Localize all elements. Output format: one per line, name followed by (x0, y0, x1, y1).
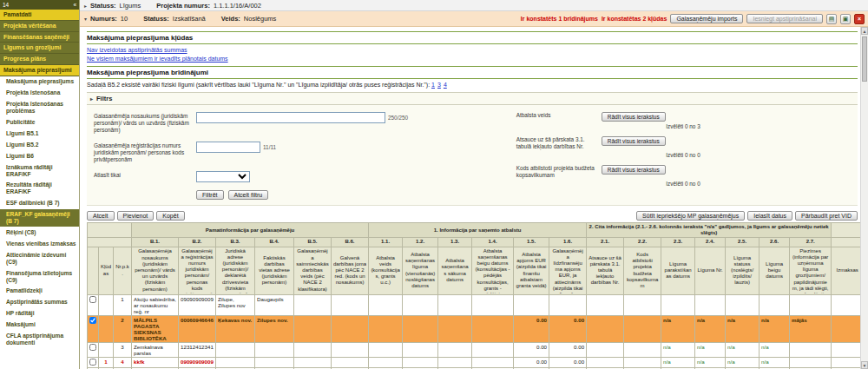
sidebar-sub-item-7[interactable]: Iznākuma rādītāji ERAF/KF (0, 161, 79, 180)
row-cell (438, 357, 472, 367)
row-nr-cell[interactable]: 4 (114, 357, 132, 367)
row-select-cell (88, 315, 99, 342)
filter-section-header[interactable]: ▸ Filtrs (87, 92, 858, 105)
window-icon[interactable]: ▣ (840, 14, 851, 24)
sidebar-sub-item-8[interactable]: Rezultāta rādītāji ERAF/KF (0, 180, 79, 198)
sidebar: 14 « PamatdatiProjekta vērtēšanaFinansēš… (0, 0, 80, 369)
request-status-label: Statuss: (143, 15, 169, 23)
sidebar-sub-item-18[interactable]: Maksājumi (0, 320, 79, 331)
sidebar-sub-item-0[interactable]: Maksājuma pieprasījums (0, 76, 79, 88)
sidebar-sub-item-15[interactable]: Pamatlīdzekļi (0, 286, 79, 297)
request-bar: ▾ Numurs: 10 Statuss: Izskatīšanā Veids:… (80, 11, 868, 27)
row-errors-cell: 1 (99, 357, 114, 367)
warning-link-1[interactable]: 3 (437, 82, 441, 88)
sidebar-sub-item-3[interactable]: Publicitāte (0, 117, 79, 128)
table-toolbar-right-button-1[interactable]: Ielasīt datus (747, 211, 792, 221)
close-icon[interactable]: × (854, 14, 865, 24)
apply-filter-button[interactable]: Filtrēt (196, 190, 224, 200)
sidebar-sub-item-16[interactable]: Apstiprinātās summas (0, 297, 79, 308)
scrollbar-thumb[interactable] (862, 36, 867, 82)
table-row-4[interactable]: 14kkfk090909090090.000.00n/an/an/an/a (88, 357, 864, 367)
sidebar-item-4[interactable]: Progresa plāns (0, 54, 79, 65)
row-cell: n/a (695, 342, 726, 357)
show-all-records-button-1[interactable]: Rādīt visus ierakstus (602, 136, 666, 146)
row-checkbox[interactable] (89, 344, 96, 351)
table-toolbar-left-button-1[interactable]: Pievienot (117, 211, 155, 221)
sidebar-sub-item-12[interactable]: Vienas vienības izmaksas (0, 238, 79, 249)
table-desc-header-text-10: Atbalsta apjoms EUR (aizpilda tikai fina… (516, 252, 547, 289)
show-all-records-button-2[interactable]: Rādīt visus ierakstus (602, 165, 666, 175)
row-cell (760, 294, 790, 315)
table-desc-header-text-2: Juridiskā adrese (juridiskām personām)/ … (218, 248, 253, 293)
recipient-reg-input[interactable] (196, 142, 260, 153)
sidebar-item-0[interactable]: Pamatdati (0, 10, 79, 21)
sidebar-sub-item-2[interactable]: Projekta īstenošanas problēmas (0, 99, 79, 117)
table-row-2[interactable]: 2MĀLPILS PAGASTA SIEKSNAS BIBLIOTĒKA0006… (88, 315, 864, 342)
error-link-1[interactable]: Ne visiem maksājumiem ir ievadīts plānot… (87, 56, 228, 62)
recipient-name-input[interactable] (196, 112, 385, 123)
sidebar-item-2[interactable]: Finansēšanas saņēmēji (0, 32, 79, 43)
table-toolbar-left-button-0[interactable]: Atcelt (87, 211, 115, 221)
row-cell: n/a (760, 342, 790, 357)
row-checkbox[interactable] (89, 359, 96, 366)
expand-filter-icon[interactable]: ▸ (90, 96, 93, 102)
sidebar-sub-item-6[interactable]: Līgumi B6 (0, 150, 79, 161)
table-toolbar-right-button-0[interactable]: Sūtīt iepriekšējo MP galasaņēmējus (636, 211, 745, 221)
error-link-0[interactable]: Nav izveidotas apstiprinātās summas (87, 47, 187, 53)
warning-link-0[interactable]: 1 (431, 82, 435, 88)
sidebar-sub-item-5[interactable]: Līgumi B5.2 (0, 139, 79, 150)
divider (87, 43, 858, 44)
table-row-1[interactable]: 1Akciju sabiedrība, ar nosaukumu reģ. nr… (88, 294, 864, 315)
sidebar-sub-item-14[interactable]: Finansējuma izlietojums (C9) (0, 267, 79, 286)
table-toolbar-left-button-2[interactable]: Kopēt (156, 211, 184, 221)
filter-group-row-2: Kods atbilstoši projekta budžeta kopsavi… (516, 165, 852, 179)
sidebar-sub-item-11[interactable]: Rēķini (C8) (0, 227, 79, 238)
table-desc-header-text-1: Galasaņēmēja reģistrācijas numurs juridi… (181, 248, 214, 293)
select-only-dropdown[interactable] (196, 171, 250, 182)
errors-column-header: Kļūdas (99, 247, 114, 294)
sidebar-sub-item-17[interactable]: HP rādītāji (0, 308, 79, 320)
row-cell: Zilupes nov. (255, 315, 294, 342)
reset-filter-button[interactable]: Atcelt filtru (228, 190, 269, 200)
sidebar-sub-item-10[interactable]: ERAF_KF galasaņēmēji (B 7) (0, 209, 79, 227)
row-cell: 0.00 (549, 357, 587, 367)
show-all-records-button-0[interactable]: Rādīt visus ierakstus (602, 112, 666, 122)
row-cell: 00060946646 (179, 315, 216, 342)
vertical-scrollbar[interactable]: ▲ ▼ (860, 27, 868, 369)
table-desc-header-cell-7: Atbalsta saņemšanas līguma (vienošanās) … (403, 247, 438, 294)
row-nr-cell[interactable]: 2 (114, 315, 132, 342)
row-nr-cell[interactable]: 1 (114, 294, 132, 315)
scroll-down-icon[interactable]: ▼ (861, 361, 868, 369)
table-desc-header-cell-10: Atbalsta apjoms EUR (aizpilda tikai fina… (514, 247, 549, 294)
sidebar-item-5[interactable]: Maksājuma pieprasījumi (0, 65, 79, 76)
row-cell (369, 357, 403, 367)
collapse-request-icon[interactable]: ▾ (84, 16, 87, 22)
sidebar-item-3[interactable]: Līgums un grozījumi (0, 43, 79, 54)
warning-link-2[interactable]: 4 (444, 82, 447, 88)
row-cell (472, 315, 514, 342)
row-checkbox[interactable] (89, 317, 96, 324)
row-cell: 0.00 (549, 342, 587, 357)
table-header-spacer (88, 223, 132, 238)
row-cell: mājās (790, 315, 832, 342)
row-checkbox[interactable] (89, 296, 96, 303)
sidebar-sub-item-1[interactable]: Projekta īstenošana (0, 88, 79, 99)
expand-project-icon[interactable]: ▸ (84, 3, 87, 9)
sidebar-sub-item-13[interactable]: Attiecināmie izdevumi (C9) (0, 249, 79, 267)
sidebar-sub-item-9[interactable]: ESF dalībnieki (B 7) (0, 198, 79, 209)
row-nr-cell[interactable]: 3 (114, 342, 132, 357)
table-row-3[interactable]: 3Zemkalnava parslas123124123410.000.00n/… (88, 342, 864, 357)
recipient-name-label: Galasaņēmēja nosaukums (juridiskām perso… (94, 112, 196, 134)
collapse-sidebar-icon[interactable]: « (73, 2, 76, 8)
sidebar-item-1[interactable]: Projekta vērtēšana (0, 21, 79, 32)
excel-export-icon[interactable]: ▤ (826, 14, 837, 24)
select-only-label: Atlasīt tikai (94, 171, 196, 179)
submit-approval-button[interactable]: Iesniegt apstiprināšanai (746, 14, 823, 23)
row-cell (216, 342, 255, 357)
sidebar-sub-item-19[interactable]: CFLA apstiprinājuma dokumenti (0, 331, 79, 349)
divider (87, 78, 858, 79)
import-recipients-button[interactable]: Galasaņēmēju imports (670, 14, 743, 23)
scroll-up-icon[interactable]: ▲ (861, 27, 868, 35)
sidebar-sub-item-4[interactable]: Līgumi B5.1 (0, 128, 79, 139)
table-toolbar-right-button-2[interactable]: Pārbaudīt pret VID (795, 211, 858, 221)
